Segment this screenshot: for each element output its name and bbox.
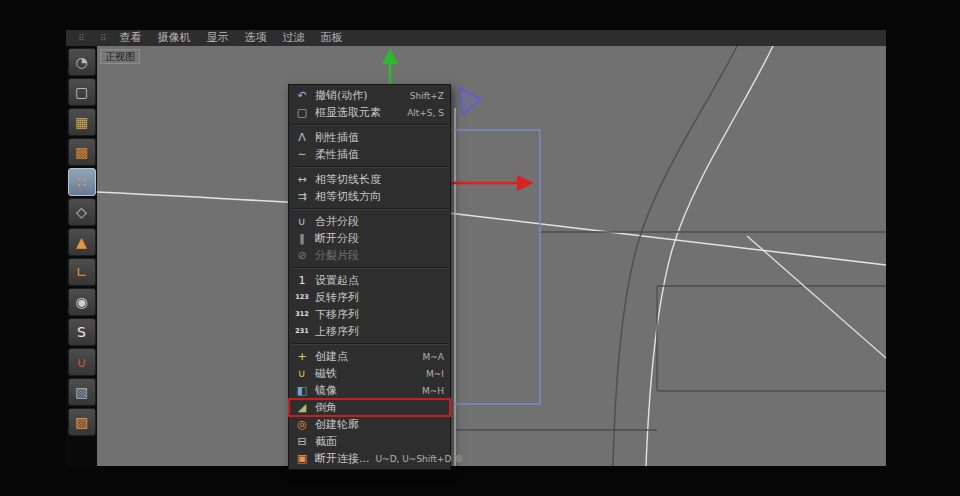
tool-viewport-solo[interactable]: ◉ [68, 288, 96, 316]
viewport[interactable]: 正视图 [97, 46, 886, 466]
shortcut-label: M~H [416, 386, 444, 396]
selected-spline-blue [455, 130, 540, 404]
polygons-mode-icon: ▲ [76, 235, 87, 249]
menu-item-split-segment: ⊘分裂片段 [289, 247, 450, 264]
menu-item-label: 倒角 [315, 400, 337, 415]
menu-item-create-point[interactable]: +创建点M~A [289, 348, 450, 365]
move-up-sequence-icon: 231 [293, 328, 311, 335]
viewport-label[interactable]: 正视图 [100, 49, 140, 64]
magnet-snap-icon: ∪ [76, 355, 86, 369]
create-point-icon: + [293, 351, 311, 362]
magnet-icon: ∪ [293, 368, 311, 379]
tool-points-mode[interactable]: ∷ [68, 168, 96, 196]
menu-item-label: 上移序列 [315, 324, 359, 339]
menu-options[interactable]: 选项 [237, 30, 275, 46]
equal-tangent-direction-icon: ⇉ [293, 191, 311, 202]
menu-item-rigid-interpolation[interactable]: Λ刚性插值 [289, 129, 450, 146]
cross-section-icon: ⊟ [293, 436, 311, 447]
points-mode-icon: ∷ [77, 175, 86, 189]
menu-item-label: 分裂片段 [315, 248, 359, 263]
menu-separator [291, 267, 448, 269]
menu-item-equal-tangent-direction[interactable]: ⇉相等切线方向 [289, 188, 450, 205]
menu-item-move-up-sequence[interactable]: 231上移序列 [289, 323, 450, 340]
y-axis-arrowhead[interactable] [382, 48, 398, 64]
menu-item-label: 断开连接... [315, 451, 370, 466]
menu-item-cross-section[interactable]: ⊟截面 [289, 433, 450, 450]
menu-item-set-start-point[interactable]: 1设置起点 [289, 272, 450, 289]
application-window: ⠿ ⠿ 查看摄像机显示选项过滤面板 ◔▢▦▩∷◇▲∟◉S∪▧▨ 正视图 ↶撤销(… [0, 0, 960, 496]
tool-polygons-mode[interactable]: ▲ [68, 228, 96, 256]
workplane-mode-icon: ▩ [75, 145, 88, 159]
undo-icon: ↶ [293, 90, 311, 101]
menu-item-frame-selected[interactable]: ▢框显选取元素Alt+S, S [289, 104, 450, 121]
tool-quantize[interactable]: ▨ [68, 408, 96, 436]
menu-item-mirror[interactable]: ◧镜像M~H [289, 382, 450, 399]
tangent-handle[interactable] [459, 88, 481, 114]
menu-camera[interactable]: 摄像机 [150, 30, 199, 46]
menu-separator [291, 343, 448, 345]
menu-item-label: 相等切线长度 [315, 172, 381, 187]
rigid-interpolation-icon: Λ [293, 132, 311, 143]
lock-workplane-icon: ▧ [75, 385, 88, 399]
menu-item-soft-interpolation[interactable]: ∼柔性插值 [289, 146, 450, 163]
mirror-icon: ◧ [293, 385, 311, 396]
tool-edges-mode[interactable]: ◇ [68, 198, 96, 226]
tool-magnet-snap[interactable]: ∪ [68, 348, 96, 376]
make-editable-icon: ◔ [75, 55, 87, 69]
menu-view[interactable]: 查看 [112, 30, 150, 46]
model-mode-icon: ▢ [75, 85, 88, 99]
quantize-icon: ▨ [75, 415, 88, 429]
menu-item-label: 创建点 [315, 349, 348, 364]
gear-icon[interactable]: ⊛ [454, 453, 462, 464]
menu-item-move-down-sequence[interactable]: 312下移序列 [289, 306, 450, 323]
menu-panel[interactable]: 面板 [313, 30, 351, 46]
shortcut-label: Alt+S, S [401, 108, 444, 118]
tool-enable-axis[interactable]: ∟ [68, 258, 96, 286]
split-segment-icon: ⊘ [293, 250, 311, 261]
move-down-sequence-icon: 312 [293, 311, 311, 318]
bevel-icon: ◢ [293, 402, 311, 413]
menubar-grip-icon: ⠿ [97, 33, 112, 43]
menu-display[interactable]: 显示 [199, 30, 237, 46]
disconnect-icon: ▣ [293, 453, 311, 464]
menu-separator [291, 166, 448, 168]
tool-texture-mode[interactable]: ▦ [68, 108, 96, 136]
enable-axis-icon: ∟ [76, 265, 88, 279]
set-start-point-icon: 1 [293, 275, 311, 286]
menu-item-bevel[interactable]: ◢倒角 [289, 399, 450, 416]
tool-workplane-mode[interactable]: ▩ [68, 138, 96, 166]
menu-item-label: 设置起点 [315, 273, 359, 288]
tool-snap[interactable]: S [68, 318, 96, 346]
menu-item-reverse-sequence[interactable]: 123反转序列 [289, 289, 450, 306]
menu-item-break-segments[interactable]: ‖断开分段 [289, 230, 450, 247]
menu-item-label: 镜像 [315, 383, 337, 398]
menu-item-label: 创建轮廓 [315, 417, 359, 432]
break-segments-icon: ‖ [293, 233, 311, 244]
wire-curve-dark [613, 46, 737, 466]
menu-item-label: 合并分段 [315, 214, 359, 229]
menu-item-join-segments[interactable]: ∪合并分段 [289, 213, 450, 230]
menu-item-label: 截面 [315, 434, 337, 449]
x-axis-arrowhead[interactable] [517, 175, 534, 191]
menu-item-magnet[interactable]: ∪磁铁M~I [289, 365, 450, 382]
menubar: ⠿ 查看摄像机显示选项过滤面板 [97, 30, 886, 46]
viewport-canvas [97, 46, 886, 466]
sidebar: ◔▢▦▩∷◇▲∟◉S∪▧▨ [66, 46, 97, 466]
tool-make-editable[interactable]: ◔ [68, 48, 96, 76]
menu-item-label: 柔性插值 [315, 147, 359, 162]
menu-item-label: 断开分段 [315, 231, 359, 246]
context-menu: ↶撤销(动作)Shift+Z▢框显选取元素Alt+S, SΛ刚性插值∼柔性插值↔… [288, 84, 451, 470]
frame-selected-icon: ▢ [293, 107, 311, 118]
menu-item-create-outline[interactable]: ◎创建轮廓 [289, 416, 450, 433]
tool-lock-workplane[interactable]: ▧ [68, 378, 96, 406]
tool-model-mode[interactable]: ▢ [68, 78, 96, 106]
wire-curve-light [646, 46, 773, 466]
menu-item-undo[interactable]: ↶撤销(动作)Shift+Z [289, 87, 450, 104]
menu-filter[interactable]: 过滤 [275, 30, 313, 46]
shortcut-label: U~D, U~Shift+D [370, 454, 452, 464]
menu-item-label: 反转序列 [315, 290, 359, 305]
menu-item-disconnect[interactable]: ▣断开连接...U~D, U~Shift+D⊛ [289, 450, 450, 467]
wire-diagonal [747, 236, 886, 358]
texture-mode-icon: ▦ [75, 115, 88, 129]
menu-item-equal-tangent-length[interactable]: ↔相等切线长度 [289, 171, 450, 188]
